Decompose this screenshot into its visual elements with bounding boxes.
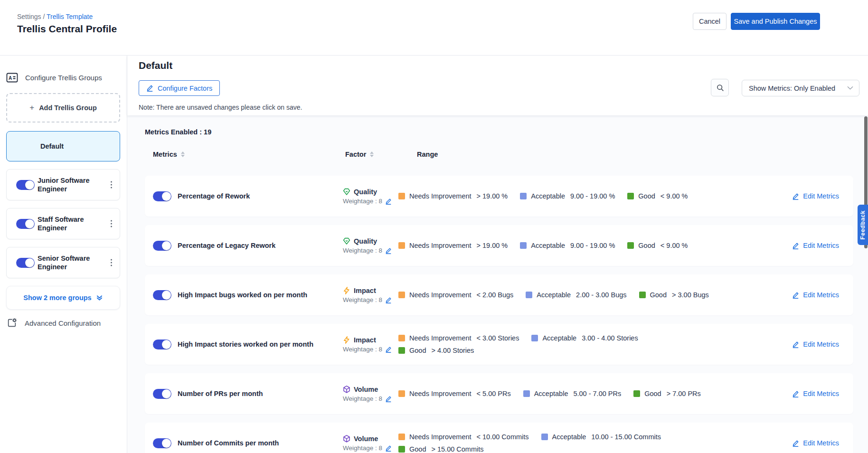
quality-factor-icon [342, 188, 351, 196]
range-segment: Acceptable 2.00 - 3.00 Bugs [526, 291, 626, 299]
metric-enabled-toggle[interactable] [153, 438, 171, 448]
range-color-swatch [398, 242, 405, 249]
show-metrics-dropdown[interactable]: Show Metrics: Only Enabled [742, 80, 859, 96]
edit-weightage-pencil-icon[interactable] [385, 346, 392, 353]
kebab-menu-icon[interactable] [109, 218, 114, 229]
kebab-menu-icon[interactable] [109, 257, 114, 268]
range-label: Needs Improvement [409, 291, 472, 299]
edit-metrics-label: Edit Metrics [803, 439, 839, 447]
range-segment: Acceptable 10.00 - 15.00 Commits [541, 433, 661, 441]
range-list: Needs Improvement < 2.00 Bugs Acceptable… [398, 291, 712, 299]
range-value: > 4.00 Stories [431, 347, 474, 354]
search-button[interactable] [711, 79, 729, 96]
metric-enabled-toggle[interactable] [153, 340, 171, 349]
group-enabled-toggle[interactable] [16, 258, 35, 268]
column-header-range: Range [417, 151, 438, 158]
edit-metrics-button[interactable]: Edit Metrics [792, 390, 839, 397]
pencil-icon [792, 193, 799, 200]
edit-metrics-button[interactable]: Edit Metrics [792, 439, 839, 447]
metric-row: Percentage of Rework Quality Weightage :… [145, 176, 853, 217]
range-label: Acceptable [531, 192, 565, 200]
pencil-icon [146, 85, 153, 92]
edit-weightage-pencil-icon[interactable] [385, 198, 392, 205]
edit-metrics-button[interactable]: Edit Metrics [792, 340, 839, 348]
range-color-swatch [398, 193, 405, 199]
edit-weightage-pencil-icon[interactable] [385, 396, 392, 402]
edit-metrics-label: Edit Metrics [803, 242, 839, 249]
cancel-button[interactable]: Cancel [693, 13, 726, 30]
factor-name: Impact [354, 336, 376, 344]
sidebar-group-item[interactable]: Junior Software Engineer [6, 169, 120, 200]
metric-name: Number of Commits per month [178, 439, 342, 447]
feedback-label: Feedback [859, 210, 866, 240]
pencil-icon [792, 242, 799, 249]
breadcrumb-separator: / [41, 13, 47, 20]
edit-metrics-button[interactable]: Edit Metrics [792, 192, 839, 200]
range-label: Good [638, 192, 655, 200]
save-and-publish-button[interactable]: Save and Publish Changes [731, 13, 820, 30]
edit-metrics-label: Edit Metrics [803, 340, 839, 348]
range-segment: Acceptable 3.00 - 4.00 Stories [531, 334, 638, 342]
sort-icon[interactable] [181, 151, 185, 157]
factor-name: Impact [354, 287, 376, 294]
show-more-groups-button[interactable]: Show 2 more groups [6, 286, 120, 310]
range-segment: Needs Improvement < 3.00 Stories [398, 334, 519, 342]
configure-factors-button[interactable]: Configure Factors [139, 80, 220, 96]
edit-weightage-pencil-icon[interactable] [385, 297, 392, 303]
range-segment: Needs Improvement < 10.00 Commits [398, 433, 529, 441]
advanced-configuration-button[interactable]: Advanced Configuration [6, 318, 120, 328]
page-title: Trellis Central Profile [17, 23, 117, 35]
sort-icon[interactable] [370, 151, 374, 157]
kebab-menu-icon[interactable] [109, 179, 114, 190]
chevron-down-icon [847, 86, 853, 90]
pencil-icon [792, 390, 799, 397]
sidebar-group-item[interactable]: Senior Software Engineer [6, 247, 120, 278]
group-enabled-toggle[interactable] [16, 180, 35, 190]
breadcrumb-settings[interactable]: Settings [17, 13, 41, 20]
column-header-metrics[interactable]: Metrics [153, 151, 185, 158]
range-value: < 9.00 % [660, 242, 688, 249]
add-trellis-group-label: Add Trellis Group [39, 104, 97, 112]
impact-factor-icon [342, 286, 351, 295]
group-enabled-toggle[interactable] [16, 219, 35, 229]
range-color-swatch [398, 292, 405, 298]
search-icon [716, 84, 724, 92]
edit-weightage-pencil-icon[interactable] [385, 445, 392, 452]
pencil-icon [792, 440, 799, 447]
configure-trellis-groups-header: A Configure Trellis Groups [6, 72, 120, 83]
configure-trellis-groups-label: Configure Trellis Groups [25, 74, 102, 82]
quality-factor-icon [342, 237, 351, 245]
metric-enabled-toggle[interactable] [153, 290, 171, 300]
range-label: Needs Improvement [409, 390, 472, 397]
metric-enabled-toggle[interactable] [153, 389, 171, 399]
edit-metrics-button[interactable]: Edit Metrics [792, 242, 839, 249]
range-segment: Needs Improvement > 19.00 % [398, 192, 508, 200]
range-color-swatch [531, 335, 538, 341]
range-label: Good [409, 445, 426, 453]
edit-metrics-button[interactable]: Edit Metrics [792, 291, 839, 299]
range-segment: Good < 9.00 % [627, 242, 688, 249]
table-column-headers: Metrics Factor Range [145, 151, 853, 160]
range-color-swatch [639, 292, 646, 298]
show-metrics-value: Show Metrics: Only Enabled [749, 85, 847, 92]
metric-enabled-toggle[interactable] [153, 241, 171, 251]
range-label: Needs Improvement [409, 192, 472, 200]
sidebar-item-default[interactable]: Default [6, 131, 120, 161]
range-segment: Needs Improvement < 5.00 PRs [398, 390, 511, 397]
range-label: Needs Improvement [409, 433, 472, 441]
factor-name: Volume [354, 386, 378, 393]
factor-name: Quality [354, 188, 377, 196]
metric-enabled-toggle[interactable] [153, 191, 171, 201]
metric-row: Percentage of Legacy Rework Quality Weig… [145, 225, 853, 266]
metric-row: High Impact bugs worked on per month Imp… [145, 274, 853, 315]
range-value: > 15.00 Commits [431, 445, 483, 453]
breadcrumb-trellis-template[interactable]: Trellis Template [47, 13, 93, 20]
sidebar-group-item[interactable]: Staff Software Engineer [6, 208, 120, 239]
metrics-row-list: Percentage of Rework Quality Weightage :… [145, 176, 853, 453]
edit-weightage-pencil-icon[interactable] [385, 247, 392, 254]
add-trellis-group-button[interactable]: + Add Trellis Group [6, 93, 120, 123]
factor-cell: Volume Weightage : 8 [342, 434, 398, 452]
column-header-factor[interactable]: Factor [345, 151, 374, 158]
edit-metrics-label: Edit Metrics [803, 291, 839, 299]
feedback-tab[interactable]: Feedback [858, 205, 868, 245]
